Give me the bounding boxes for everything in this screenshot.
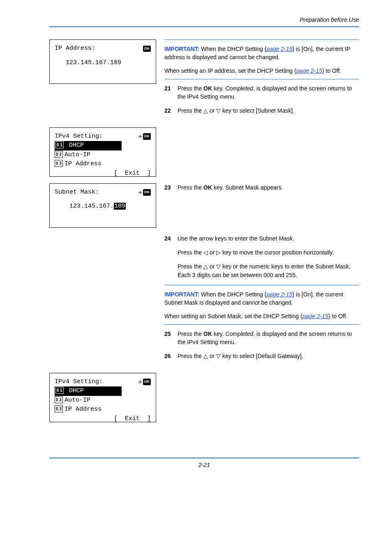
lcd-subnet-mask: Subnet Mask: ✢ OK 123.145.167.189 bbox=[49, 183, 156, 228]
step-23: 23 Press the OK key. Subnet Mask appears… bbox=[164, 183, 359, 192]
lcd-title: IP Address: bbox=[55, 44, 95, 53]
divider bbox=[164, 79, 359, 79]
ok-icon: OK bbox=[143, 46, 151, 52]
divider bbox=[164, 285, 359, 285]
nav-arrows-icon: ✢ bbox=[138, 378, 142, 386]
lcd-ip-address: IP Address: OK 123.145.167.189 bbox=[49, 39, 156, 84]
important-note-1b: When setting an IP address, set the DHCP… bbox=[164, 67, 359, 75]
link-page-2-15[interactable]: page 2-15 bbox=[266, 291, 292, 298]
link-page-2-15[interactable]: page 2-15 bbox=[266, 46, 292, 52]
lcd-title: IPv4 Setting: bbox=[55, 132, 103, 141]
step-24-sub1: Press the ◁ or ▷ key to move the cursor … bbox=[178, 248, 359, 257]
step-26: 26 Press the △ or ▽ key to select [Defau… bbox=[164, 352, 359, 360]
lcd-title: IPv4 Setting: bbox=[55, 377, 103, 387]
step-21: 21 Press the OK key. Completed. is displ… bbox=[164, 84, 359, 101]
triangle-down-icon: ▽ bbox=[216, 353, 221, 359]
important-note-1: IMPORTANT: When the DHCP Setting (page 2… bbox=[164, 45, 359, 62]
ok-icon: OK bbox=[143, 133, 151, 140]
page-number: 2-21 bbox=[49, 458, 359, 468]
lcd-ipv4-setting-2: IPv4 Setting: ✢ OK 0 1 DHCP 0 2Auto-IP 0… bbox=[49, 373, 156, 422]
ok-icon: OK bbox=[143, 379, 151, 385]
triangle-down-icon: ▽ bbox=[216, 107, 221, 114]
step-24: 24 Use the arrow keys to enter the Subne… bbox=[164, 234, 359, 243]
lcd-value: 123.145.167.189 bbox=[55, 58, 151, 68]
step-25: 25 Press the OK key. Completed. is displ… bbox=[164, 330, 359, 347]
triangle-up-icon: △ bbox=[203, 263, 208, 270]
step-24-sub2: Press the △ or ▽ key or the numeric keys… bbox=[178, 262, 359, 279]
divider bbox=[164, 39, 359, 40]
running-header: Preparation before Use bbox=[49, 16, 359, 26]
nav-arrows-icon: ✢ bbox=[138, 188, 142, 197]
link-page-2-15[interactable]: page 2-15 bbox=[302, 313, 328, 319]
lcd-title: Subnet Mask: bbox=[55, 188, 99, 197]
triangle-right-icon: ▷ bbox=[216, 249, 221, 256]
ok-icon: OK bbox=[143, 189, 151, 196]
link-page-2-15[interactable]: page 2-15 bbox=[296, 67, 322, 74]
important-note-2: IMPORTANT: When the DHCP Setting (page 2… bbox=[164, 290, 359, 307]
nav-arrows-icon: ✢ bbox=[138, 132, 142, 141]
triangle-down-icon: ▽ bbox=[216, 263, 221, 270]
triangle-up-icon: △ bbox=[203, 353, 208, 359]
step-22: 22 Press the △ or ▽ key to select [Subne… bbox=[164, 106, 359, 115]
divider bbox=[164, 324, 359, 325]
important-note-2b: When setting an Subnet Mask, set the DHC… bbox=[164, 312, 359, 320]
lcd-ipv4-setting: IPv4 Setting: ✢ OK 0 1 DHCP 0 2Auto-IP 0… bbox=[49, 127, 156, 177]
triangle-left-icon: ◁ bbox=[203, 249, 208, 256]
triangle-up-icon: △ bbox=[203, 107, 208, 114]
header-rule bbox=[49, 26, 359, 27]
